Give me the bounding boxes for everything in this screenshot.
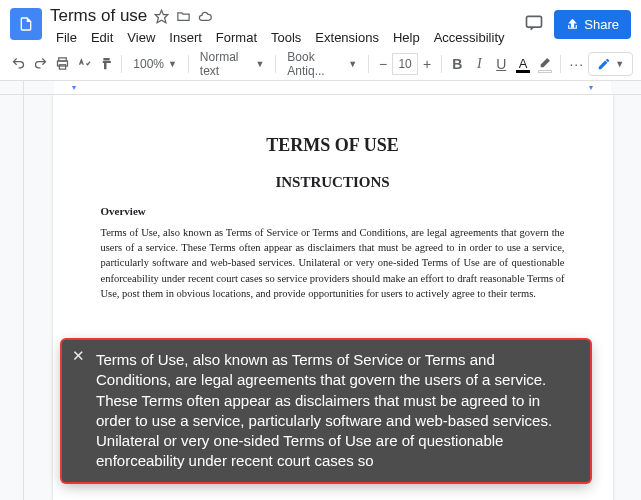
menu-file[interactable]: File bbox=[50, 28, 83, 47]
close-icon[interactable]: ✕ bbox=[72, 348, 85, 363]
separator bbox=[441, 55, 442, 73]
accessibility-overlay: ✕ Terms of Use, also known as Terms of S… bbox=[62, 340, 590, 482]
undo-button[interactable] bbox=[8, 52, 29, 76]
menu-extensions[interactable]: Extensions bbox=[309, 28, 385, 47]
star-icon[interactable] bbox=[153, 8, 169, 24]
font-size-increase[interactable]: + bbox=[418, 53, 436, 75]
menu-insert[interactable]: Insert bbox=[163, 28, 208, 47]
move-folder-icon[interactable] bbox=[175, 8, 191, 24]
bold-button[interactable]: B bbox=[447, 52, 468, 76]
overlay-text: Terms of Use, also known as Terms of Ser… bbox=[96, 351, 552, 469]
menu-help[interactable]: Help bbox=[387, 28, 426, 47]
styles-select[interactable]: Normal text▼ bbox=[194, 52, 271, 76]
separator bbox=[121, 55, 122, 73]
cloud-status-icon[interactable] bbox=[197, 8, 213, 24]
toolbar: 100%▼ Normal text▼ Book Antiq...▼ − + B … bbox=[0, 47, 641, 81]
editing-mode-button[interactable]: ▼ bbox=[588, 52, 633, 76]
svg-rect-1 bbox=[23, 26, 28, 27]
font-size-decrease[interactable]: − bbox=[374, 53, 392, 75]
more-button[interactable]: ··· bbox=[566, 52, 587, 76]
vertical-ruler[interactable] bbox=[0, 95, 24, 500]
title-area: Terms of use File Edit View Insert Forma… bbox=[50, 6, 524, 47]
menu-view[interactable]: View bbox=[121, 28, 161, 47]
separator bbox=[275, 55, 276, 73]
font-size-input[interactable] bbox=[392, 53, 418, 75]
app-header: Terms of use File Edit View Insert Forma… bbox=[0, 0, 641, 47]
menu-accessibility[interactable]: Accessibility bbox=[428, 28, 511, 47]
menu-tools[interactable]: Tools bbox=[265, 28, 307, 47]
print-button[interactable] bbox=[52, 52, 73, 76]
italic-button[interactable]: I bbox=[469, 52, 490, 76]
font-select[interactable]: Book Antiq...▼ bbox=[281, 52, 363, 76]
svg-marker-2 bbox=[155, 10, 168, 23]
doc-heading-2: INSTRUCTIONS bbox=[101, 174, 565, 191]
document-title[interactable]: Terms of use bbox=[50, 6, 147, 26]
share-button[interactable]: Share bbox=[554, 10, 631, 39]
overview-paragraph: Terms of Use, also known as Terms of Ser… bbox=[101, 225, 565, 301]
comment-history-icon[interactable] bbox=[524, 13, 544, 36]
horizontal-ruler[interactable]: ▾ ▾ bbox=[0, 81, 641, 95]
separator bbox=[188, 55, 189, 73]
paint-format-button[interactable] bbox=[96, 52, 117, 76]
redo-button[interactable] bbox=[30, 52, 51, 76]
spellcheck-button[interactable] bbox=[74, 52, 95, 76]
separator bbox=[368, 55, 369, 73]
doc-heading-1: TERMS OF USE bbox=[101, 135, 565, 156]
highlight-button[interactable] bbox=[535, 52, 556, 76]
underline-button[interactable]: U bbox=[491, 52, 512, 76]
menu-format[interactable]: Format bbox=[210, 28, 263, 47]
font-size-group: − + bbox=[374, 53, 436, 75]
section-heading: Overview bbox=[101, 205, 565, 217]
svg-rect-3 bbox=[527, 16, 542, 27]
text-color-button[interactable]: A bbox=[513, 52, 534, 76]
svg-rect-0 bbox=[23, 24, 28, 25]
menu-edit[interactable]: Edit bbox=[85, 28, 119, 47]
docs-logo[interactable] bbox=[10, 8, 42, 40]
separator bbox=[560, 55, 561, 73]
menu-bar: File Edit View Insert Format Tools Exten… bbox=[50, 28, 524, 47]
zoom-select[interactable]: 100%▼ bbox=[127, 52, 183, 76]
share-label: Share bbox=[584, 17, 619, 32]
